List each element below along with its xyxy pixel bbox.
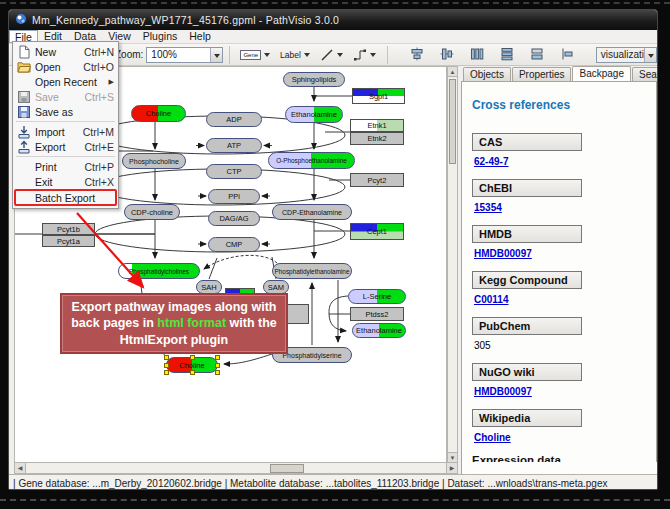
- xref-link[interactable]: HMDB00097: [474, 386, 532, 397]
- selection-handle[interactable]: [164, 363, 169, 368]
- pathway-node-sgpl1[interactable]: Sgpl1: [352, 88, 405, 104]
- pathway-node-phosphatidylethanolamine[interactable]: Phosphatidylethanolamine: [272, 263, 352, 279]
- pathway-node-pcyt1a[interactable]: Pcyt1a: [42, 235, 95, 247]
- pathway-node-choline[interactable]: Choline: [166, 357, 218, 373]
- file-menu-item-open-recent[interactable]: Open Recent▶: [13, 74, 118, 89]
- xref-value: 305: [474, 340, 491, 351]
- tab-search[interactable]: Search: [632, 67, 658, 81]
- pathway-node-pcyt1b[interactable]: Pcyt1b: [42, 223, 95, 235]
- menu-separator: [16, 156, 115, 157]
- pathway-node-pcyt2[interactable]: Pcyt2: [350, 173, 404, 187]
- xref-source-name: PubChem: [472, 317, 582, 335]
- file-menu-item-save-as[interactable]: Save as: [13, 104, 118, 119]
- toolbar-separator: [229, 46, 230, 64]
- connector-tool-button[interactable]: [349, 46, 380, 64]
- selection-handle[interactable]: [215, 355, 220, 360]
- xref-source-name: ChEBI: [472, 179, 582, 197]
- node-label: Choline: [179, 361, 204, 370]
- pathway-node-cdp-choline[interactable]: CDP-choline: [124, 204, 180, 220]
- distribute-horizontal-button[interactable]: [466, 46, 488, 64]
- visualization-combobox[interactable]: visualization: [596, 47, 657, 63]
- pathway-node-ppi[interactable]: PPi: [208, 189, 260, 204]
- scroll-down-icon[interactable]: ▼: [448, 452, 457, 462]
- scroll-right-icon[interactable]: ▶: [446, 463, 457, 473]
- file-menu-item-save[interactable]: SaveCtrl+S: [13, 89, 118, 104]
- xref-link[interactable]: 15354: [474, 202, 502, 213]
- pathway-node-dag-ag[interactable]: DAG/AG: [208, 211, 260, 226]
- selection-handle[interactable]: [190, 370, 195, 375]
- xref-link[interactable]: C00114: [474, 294, 508, 305]
- no-icon: [16, 161, 31, 173]
- pathway-node-atp[interactable]: ATP: [206, 138, 262, 153]
- pathway-node-ptdss2[interactable]: Ptdss2: [350, 307, 404, 321]
- gene-datanode-button[interactable]: Gene: [236, 46, 274, 64]
- pathway-node-phosphatidylcholines[interactable]: Phosphatidylcholines: [118, 263, 200, 279]
- file-menu-item-export[interactable]: ExportCtrl+E: [13, 139, 118, 154]
- selection-handle[interactable]: [164, 355, 169, 360]
- pathway-node-sah[interactable]: SAH: [196, 280, 222, 294]
- pathway-node-cdp-ethanolamine[interactable]: CDP-Ethanolamine: [272, 204, 352, 220]
- pathway-node-sam[interactable]: SAM: [263, 280, 289, 294]
- selection-handle[interactable]: [215, 370, 220, 375]
- pathway-node-phosphocholine[interactable]: Phosphocholine: [122, 153, 186, 169]
- align-stack-button[interactable]: [526, 46, 548, 64]
- canvas-vertical-scrollbar[interactable]: ▲ ▼: [447, 66, 458, 463]
- scroll-left-icon[interactable]: ◀: [15, 463, 26, 473]
- xref-source-name: Kegg Compound: [472, 271, 582, 289]
- file-menu-item-batch-export[interactable]: Batch Export: [13, 189, 118, 206]
- pathway-node-etnk2[interactable]: Etnk2: [350, 132, 404, 145]
- zoom-combobox[interactable]: 100%: [146, 47, 222, 63]
- selection-handle[interactable]: [215, 363, 220, 368]
- selection-handle[interactable]: [164, 370, 169, 375]
- distribute-horizontal-icon: [470, 47, 484, 63]
- scroll-up-icon[interactable]: ▲: [448, 67, 457, 77]
- align-center-x-button[interactable]: [406, 46, 428, 64]
- node-label: Ptdss2: [366, 310, 389, 319]
- pathway-node-o-phosphoethanolamine[interactable]: O-Phosphoethanolamine: [268, 152, 355, 169]
- tab-properties[interactable]: Properties: [512, 67, 572, 81]
- pathway-node-l-serine[interactable]: L-Serine: [348, 289, 406, 304]
- pathway-node-choline[interactable]: Choline: [131, 105, 186, 122]
- canvas-horizontal-scrollbar[interactable]: ◀ ▶: [14, 462, 458, 474]
- title-bar[interactable]: Mm_Kennedy_pathway_WP1771_45176.gpml - P…: [9, 10, 657, 30]
- menu-help[interactable]: Help: [183, 30, 217, 43]
- pathway-node-sphingolipids[interactable]: Sphingolipids: [283, 72, 345, 87]
- pathway-node-ctp[interactable]: CTP: [206, 164, 262, 179]
- file-menu-item-open[interactable]: OpenCtrl+O: [13, 59, 118, 74]
- pathway-node-etnk1[interactable]: Etnk1: [350, 119, 404, 132]
- file-menu-item-new[interactable]: NewCtrl+N: [13, 44, 118, 59]
- chevron-down-icon[interactable]: [210, 48, 222, 62]
- vertical-scroll-thumb[interactable]: [449, 79, 456, 164]
- xref-link[interactable]: 62-49-7: [474, 156, 508, 167]
- save-as-icon: [16, 106, 31, 118]
- no-icon: [16, 176, 31, 188]
- xref-link[interactable]: HMDB00097: [474, 248, 532, 259]
- file-menu-item-import[interactable]: ImportCtrl+M: [13, 124, 118, 139]
- selection-handle[interactable]: [190, 355, 195, 360]
- node-label: CTP: [227, 167, 242, 176]
- distribute-vertical-button[interactable]: [496, 46, 518, 64]
- pathway-node-adp[interactable]: ADP: [206, 112, 262, 127]
- pathway-node-ethanolamine[interactable]: Ethanolamine: [352, 323, 406, 338]
- label-tool-button[interactable]: Label: [276, 46, 314, 64]
- line-tool-button[interactable]: [316, 46, 347, 64]
- file-menu-item-print[interactable]: PrintCtrl+P: [13, 159, 118, 174]
- pathway-node-cept1[interactable]: Cept1: [350, 223, 404, 240]
- xref-source-name: HMDB: [472, 225, 582, 243]
- chevron-down-icon[interactable]: [644, 48, 656, 62]
- xref-section-cas: CAS62-49-7: [472, 132, 656, 167]
- xref-source-name: NuGO wiki: [472, 363, 582, 381]
- node-label: Ethanolamine: [356, 326, 402, 335]
- tab-backpage[interactable]: Backpage: [572, 66, 630, 81]
- tab-objects[interactable]: Objects: [463, 67, 511, 81]
- node-label: ATP: [227, 141, 241, 150]
- node-label: Sgpl1: [369, 92, 388, 101]
- horizontal-scroll-thumb[interactable]: [270, 464, 304, 473]
- pathway-node-cmp[interactable]: CMP: [208, 237, 260, 252]
- file-menu-item-exit[interactable]: ExitCtrl+X: [13, 174, 118, 189]
- menu-plugins[interactable]: Plugins: [137, 30, 183, 43]
- align-center-y-button[interactable]: [436, 46, 458, 64]
- xref-link[interactable]: Choline: [474, 432, 511, 443]
- align-bracket-button[interactable]: [556, 46, 578, 64]
- pathway-node-ethanolamine[interactable]: Ethanolamine: [285, 106, 343, 123]
